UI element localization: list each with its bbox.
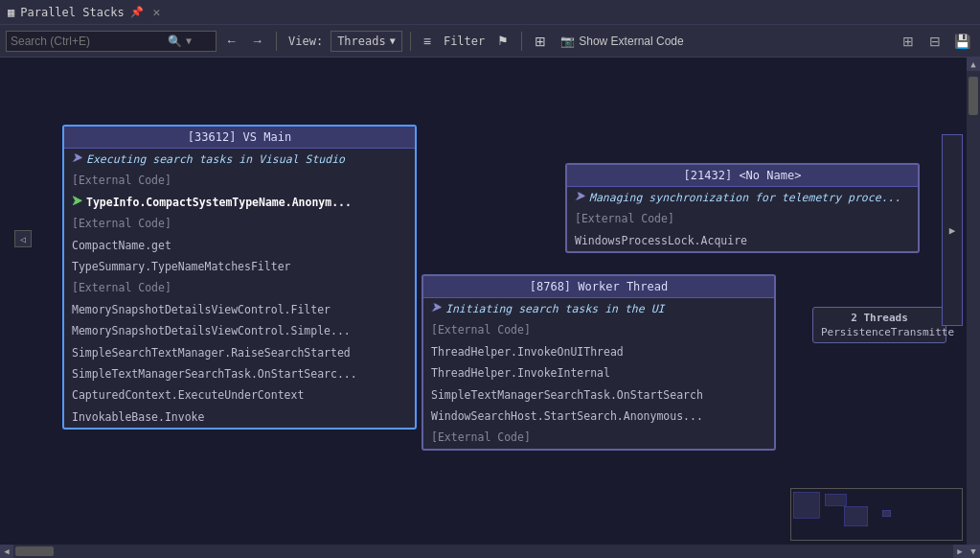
- show-external-button[interactable]: 📷 Show External Code: [555, 30, 689, 53]
- scroll-thumb-h[interactable]: [15, 546, 54, 556]
- row-simple-task: SimpleTextManagerSearchTask.OnStartSearc…: [64, 363, 415, 384]
- search-input[interactable]: [11, 35, 164, 48]
- row-external-2: [External Code]: [64, 213, 415, 234]
- view-label: View:: [288, 35, 323, 48]
- zoom-out-button[interactable]: ⊟: [923, 29, 947, 54]
- managing-arrow-icon: ⮞: [575, 189, 585, 206]
- separator-1: [276, 32, 277, 51]
- filter-label: Filter: [444, 35, 485, 48]
- scroll-right-arrow[interactable]: ▶: [953, 545, 967, 558]
- threads-count: 2 Threads: [821, 312, 938, 324]
- row-invokable: InvokableBase.Invoke: [64, 407, 415, 428]
- filter-icon[interactable]: ≡: [419, 30, 436, 53]
- back-button[interactable]: ←: [220, 30, 242, 53]
- save-button[interactable]: 💾: [949, 29, 974, 54]
- separator-2: [410, 32, 411, 51]
- side-panel-collapsed[interactable]: ▶: [942, 134, 963, 326]
- green-arrow-icon: ⮞: [72, 194, 82, 211]
- row-typeinfo: ⮞ TypeInfo.CompactSystemTypeName.Anonym.…: [64, 192, 359, 213]
- row-window-search-host: WindowSearchHost.StartSearch.Anonymous..…: [423, 406, 774, 427]
- toolbar-right: ⊞ ⊟ 💾: [896, 29, 974, 54]
- scroll-thumb-v[interactable]: [969, 77, 978, 115]
- row-external-1: [External Code]: [64, 170, 415, 191]
- panel-vs-main: [33612] VS Main ⮞ Executing search tasks…: [62, 125, 417, 430]
- scrollbar-vertical[interactable]: ▲ ▼: [967, 58, 980, 558]
- scroll-down-arrow[interactable]: ▼: [967, 545, 980, 558]
- window-title: Parallel Stacks: [20, 6, 124, 19]
- row-typesummary: TypeSummary.TypeNameMatchesFilter: [64, 256, 415, 277]
- row-thread-helper-ui: ThreadHelper.InvokeOnUIThread: [423, 341, 774, 362]
- scrollbar-horizontal[interactable]: ◀ ▶: [0, 545, 967, 558]
- row-executing: ⮞ Executing search tasks in Visual Studi…: [64, 149, 353, 170]
- row-initiating: ⮞ Initiating search tasks in the UI: [423, 298, 672, 319]
- close-button[interactable]: ✕: [153, 5, 161, 19]
- panel-worker: [8768] Worker Thread ⮞ Initiating search…: [422, 274, 776, 451]
- window-icon: ▦: [8, 6, 14, 19]
- layout-button[interactable]: ⊞: [530, 30, 551, 53]
- search-icon: 🔍: [168, 35, 182, 48]
- flag-button[interactable]: ⚑: [492, 30, 513, 53]
- show-external-label: Show External Code: [579, 35, 683, 48]
- row-worker-external-2: [External Code]: [423, 427, 774, 448]
- row-memory-simple: MemorySnapshotDetailsViewControl.Simple.…: [64, 320, 415, 341]
- row-simple-search: SimpleSearchTextManager.RaiseSearchStart…: [64, 342, 415, 363]
- zoom-in-button[interactable]: ⊞: [896, 29, 921, 54]
- minimap[interactable]: [790, 488, 963, 541]
- initiating-arrow-icon: ⮞: [431, 300, 442, 317]
- row-simple-text-search: SimpleTextManagerSearchTask.OnStartSearc…: [423, 384, 774, 406]
- row-memory-filter: MemorySnapshotDetailsViewControl.Filter: [64, 299, 415, 320]
- toolbar: 🔍 ▼ ← → View: Threads ▼ ≡ Filter ⚑ ⊞ 📷 S…: [0, 25, 980, 58]
- row-initiating-text: Initiating search tasks in the UI: [445, 300, 664, 317]
- canvas: ▲ ▼ [33612] VS Main ⮞ Executing search t…: [0, 58, 980, 558]
- view-dropdown[interactable]: Threads ▼: [330, 31, 402, 52]
- collapse-button[interactable]: ◁: [14, 230, 32, 247]
- row-worker-external-1: [External Code]: [423, 319, 774, 340]
- search-box[interactable]: 🔍 ▼: [6, 31, 217, 52]
- forward-button[interactable]: →: [246, 30, 268, 53]
- separator-3: [521, 32, 522, 51]
- pin-icon[interactable]: 📌: [130, 6, 144, 18]
- row-typeinfo-text: TypeInfo.CompactSystemTypeName.Anonym...: [86, 194, 352, 211]
- dropdown-arrow-icon: ▼: [390, 35, 396, 46]
- external-icon: 📷: [560, 35, 575, 48]
- persistence-row: PersistenceTransmitte: [821, 326, 938, 338]
- row-no-name-external: [External Code]: [567, 208, 918, 229]
- current-arrow-icon: ⮞: [72, 151, 82, 168]
- row-windows-lock: WindowsProcessLock.Acquire: [567, 230, 918, 251]
- panel-no-name-header: [21432] <No Name>: [567, 165, 918, 187]
- row-managing-text: Managing synchronization for telemetry p…: [589, 189, 900, 206]
- title-bar: ▦ Parallel Stacks 📌 ✕: [0, 0, 980, 25]
- threads-badge: 2 Threads PersistenceTransmitte: [812, 307, 946, 343]
- row-compactname: CompactName.get: [64, 235, 415, 256]
- panel-vs-main-header: [33612] VS Main: [64, 127, 415, 149]
- panel-no-name: [21432] <No Name> ⮞ Managing synchroniza…: [565, 163, 920, 253]
- search-dropdown-arrow[interactable]: ▼: [186, 35, 192, 46]
- panel-worker-header: [8768] Worker Thread: [423, 276, 774, 298]
- row-managing: ⮞ Managing synchronization for telemetry…: [567, 187, 908, 208]
- row-thread-helper-internal: ThreadHelper.InvokeInternal: [423, 362, 774, 384]
- view-value: Threads: [337, 35, 386, 48]
- row-executing-text: Executing search tasks in Visual Studio: [86, 151, 345, 168]
- scroll-left-arrow[interactable]: ◀: [0, 545, 13, 558]
- row-external-3: [External Code]: [64, 277, 415, 298]
- scroll-up-arrow[interactable]: ▲: [967, 58, 980, 71]
- expand-icon: ▶: [946, 224, 959, 237]
- row-captured-context: CapturedContext.ExecuteUnderContext: [64, 384, 415, 406]
